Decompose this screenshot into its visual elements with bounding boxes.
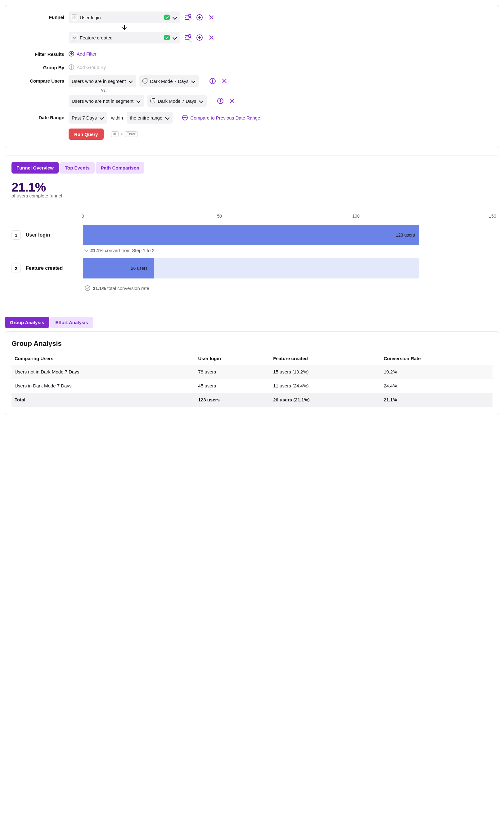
run-query-button[interactable]: Run Query	[69, 128, 104, 140]
table-col-header: User login	[195, 352, 270, 365]
group-by-row: Group By Add Group By	[11, 62, 493, 70]
add-group-by-text: Add Group By	[77, 65, 106, 70]
chevron-down-icon	[128, 79, 133, 83]
group-analysis-table: Comparing UsersUser loginFeature created…	[11, 352, 493, 407]
date-range-select[interactable]: Past 7 Days	[69, 112, 107, 124]
add-step-after-1-button[interactable]	[195, 13, 204, 22]
compare-b-cohort-text: Dark Mode 7 Days	[158, 98, 196, 104]
axis-tick: 150	[489, 214, 496, 218]
step-2-label: Feature created	[26, 265, 63, 271]
funnel-step-1-select[interactable]: <> User login	[69, 11, 180, 23]
filter-results-label: Filter Results	[11, 48, 64, 57]
date-range-row: Date Range Past 7 Days within the entire…	[11, 112, 493, 124]
axis-tick: 0	[82, 214, 84, 218]
plus-circle-icon	[196, 34, 203, 41]
filter-step-1-button[interactable]	[183, 13, 192, 22]
table-cell: Total	[11, 393, 195, 407]
close-icon	[229, 98, 235, 104]
run-row: Run Query ⌘ + Enter	[11, 128, 493, 140]
tab-group-analysis[interactable]: Group Analysis	[5, 317, 49, 328]
funnel-row: Funnel <> User login <> Feature	[11, 11, 493, 43]
compare-a-cohort-text: Dark Mode 7 Days	[150, 79, 188, 84]
funnel-step-2-text: Feature created	[80, 35, 113, 40]
table-col-header: Comparing Users	[11, 352, 195, 365]
convert-pct: 21.1%	[90, 248, 104, 253]
filter-step-2-button[interactable]	[183, 33, 192, 42]
compare-b-segment-select[interactable]: Users who are not in segment	[69, 95, 144, 107]
keyboard-shortcut-hint: ⌘ + Enter	[111, 131, 137, 137]
add-filter-button[interactable]: Add Filter	[69, 51, 97, 56]
table-cell: 15 users (19.2%)	[270, 365, 380, 379]
step-2-header: 2 Feature created	[11, 263, 83, 273]
group-by-label: Group By	[11, 62, 64, 70]
compare-previous-range-text: Compare to Previous Date Range	[190, 115, 260, 120]
chevron-down-icon	[199, 99, 203, 103]
group-analysis-panel: Group Analysis Comparing UsersUser login…	[5, 331, 499, 415]
remove-step-2-button[interactable]	[207, 33, 216, 42]
compare-previous-range-button[interactable]: Compare to Previous Date Range	[182, 115, 260, 120]
compare-users-row: Compare Users Users who are in segment D…	[11, 75, 493, 107]
chevron-down-icon	[191, 79, 196, 83]
compare-users-label: Compare Users	[11, 75, 64, 83]
axis-tick: 100	[352, 214, 359, 218]
table-col-header: Conversion Rate	[381, 352, 493, 365]
compare-b-remove-button[interactable]	[228, 97, 236, 105]
table-cell: 78 users	[195, 365, 270, 379]
verified-icon	[164, 15, 170, 20]
check-circle-icon	[85, 285, 90, 291]
step-1-label: User login	[26, 232, 50, 238]
table-cell: 11 users (24.4%)	[270, 379, 380, 393]
compare-a-segment-select[interactable]: Users who are in segment	[69, 75, 136, 87]
plus-circle-icon	[217, 98, 223, 104]
compare-a-remove-button[interactable]	[220, 77, 229, 85]
tab-top-events[interactable]: Top Events	[60, 162, 95, 173]
table-cell: Users not in Dark Mode 7 Days	[11, 365, 195, 379]
date-scope-select[interactable]: the entire range	[127, 112, 173, 124]
table-cell: 21.1%	[381, 393, 493, 407]
funnel-step-2-select[interactable]: <> Feature created	[69, 32, 180, 43]
axis-ticks: 050100150	[83, 214, 493, 223]
bar-step-2-caption: 26 users	[131, 266, 148, 271]
remove-step-1-button[interactable]	[207, 13, 216, 22]
bar-step-1-caption: 123 users	[396, 232, 415, 237]
table-head-row: Comparing UsersUser loginFeature created…	[11, 352, 493, 365]
table-row: Total123 users26 users (21.1%)21.1%	[11, 393, 493, 407]
close-icon	[209, 35, 214, 40]
chevron-down-icon	[165, 115, 169, 120]
chevron-down-icon	[173, 15, 177, 20]
clock-icon	[150, 98, 155, 103]
adjustments-icon	[185, 35, 191, 40]
analysis-tabs: Group Analysis Effort Analysis	[5, 317, 499, 328]
step-1-header: 1 User login	[11, 230, 83, 240]
funnel-label: Funnel	[11, 11, 64, 20]
tab-effort-analysis[interactable]: Effort Analysis	[50, 317, 93, 328]
kbd-enter: Enter	[125, 131, 137, 137]
clock-icon	[142, 79, 147, 83]
adjustments-icon	[185, 15, 191, 20]
add-group-by-button[interactable]: Add Group By	[69, 64, 106, 70]
funnel-step-1: <> User login	[69, 11, 493, 23]
kbd-cmd: ⌘	[111, 131, 119, 137]
compare-b-add-button[interactable]	[216, 97, 225, 105]
compare-a-segment-text: Users who are in segment	[72, 79, 126, 84]
plus-circle-icon	[209, 78, 216, 84]
compare-a-add-button[interactable]	[208, 77, 217, 85]
step-1-number: 1	[11, 230, 21, 240]
verified-icon	[164, 35, 170, 40]
tab-funnel-overview[interactable]: Funnel Overview	[11, 162, 59, 173]
date-range-label: Date Range	[11, 112, 64, 120]
tab-path-comparison[interactable]: Path Comparison	[96, 162, 144, 173]
compare-a-cohort-select[interactable]: Dark Mode 7 Days	[139, 75, 199, 87]
plus-circle-icon	[196, 14, 203, 20]
compare-b-cohort-select[interactable]: Dark Mode 7 Days	[147, 95, 207, 107]
convert-rest: convert from Step 1 to 2	[105, 248, 155, 253]
add-step-after-2-button[interactable]	[195, 33, 204, 42]
chart-row-2: 2 Feature created 26 users	[11, 258, 493, 278]
table-cell: 26 users (21.1%)	[270, 393, 380, 407]
group-analysis-title: Group Analysis	[11, 339, 493, 348]
event-icon: <>	[72, 15, 77, 20]
plus-circle-icon	[69, 51, 74, 56]
results-panel: Funnel Overview Top Events Path Comparis…	[5, 155, 499, 304]
convert-row: 21.1% convert from Step 1 to 2	[11, 246, 493, 254]
compare-vs-text: vs.	[69, 88, 493, 92]
